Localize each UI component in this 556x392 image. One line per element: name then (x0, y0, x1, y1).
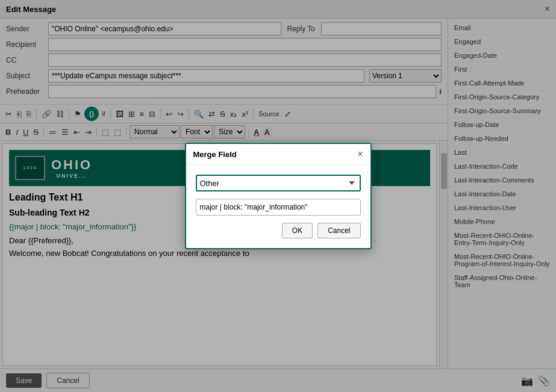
modal-cancel-button[interactable]: Cancel (317, 223, 360, 238)
modal-ok-button[interactable]: OK (282, 223, 313, 238)
modal-overlay: Merge Field × Other Contact Account OK C… (0, 0, 556, 392)
modal-title-bar: Merge Field × (186, 144, 370, 165)
merge-field-dialog: Merge Field × Other Contact Account OK C… (185, 143, 372, 249)
category-select[interactable]: Other Contact Account (196, 175, 361, 191)
modal-close-button[interactable]: × (357, 149, 363, 160)
merge-field-input[interactable] (196, 199, 361, 216)
modal-buttons: OK Cancel (196, 223, 361, 238)
modal-title: Merge Field (193, 150, 237, 159)
modal-body: Other Contact Account OK Cancel (186, 165, 370, 248)
